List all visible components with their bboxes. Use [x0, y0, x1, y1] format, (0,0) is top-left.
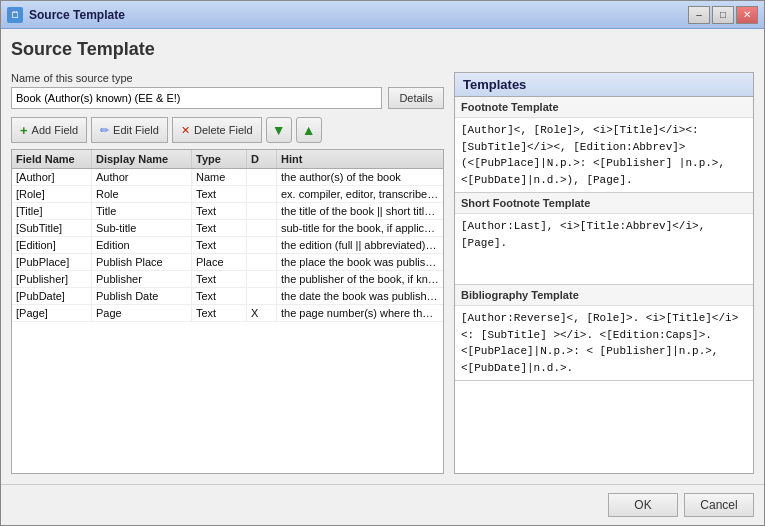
left-panel: Name of this source type Details + Add F… — [11, 72, 444, 474]
main-window: 🗒 Source Template – □ ✕ Source Template … — [0, 0, 765, 526]
add-field-label: Add Field — [32, 124, 78, 136]
add-field-button[interactable]: + Add Field — [11, 117, 87, 143]
table-row[interactable]: [Edition] Edition Text the edition (full… — [12, 237, 443, 254]
cell-displayname: Edition — [92, 237, 192, 253]
cell-displayname: Author — [92, 169, 192, 185]
source-type-label: Name of this source type — [11, 72, 444, 84]
source-type-row: Details — [11, 87, 444, 109]
col-header-fieldname: Field Name — [12, 150, 92, 168]
footnote-scroll: [Author]<, [Role]>, <i>[Title]</i><: [Su… — [455, 118, 753, 192]
cell-displayname: Sub-title — [92, 220, 192, 236]
cell-type: Text — [192, 288, 247, 304]
cell-displayname: Publish Place — [92, 254, 192, 270]
cell-type: Place — [192, 254, 247, 270]
cell-hint: the author(s) of the book — [277, 169, 443, 185]
arrow-up-icon: ▲ — [302, 122, 316, 138]
page-title: Source Template — [11, 39, 754, 60]
cell-fieldname: [Publisher] — [12, 271, 92, 287]
move-down-button[interactable]: ▼ — [266, 117, 292, 143]
edit-icon: ✏ — [100, 124, 109, 137]
cell-hint: the place the book was published, if k..… — [277, 254, 443, 270]
table-row[interactable]: [Publisher] Publisher Text the publisher… — [12, 271, 443, 288]
cell-hint: the edition (full || abbreviated), i.e. … — [277, 237, 443, 253]
cell-hint: the date the book was published, if k... — [277, 288, 443, 304]
main-row: Name of this source type Details + Add F… — [11, 72, 754, 474]
short-footnote-section: Short Footnote Template [Author:Last], <… — [455, 193, 753, 285]
cell-displayname: Role — [92, 186, 192, 202]
cell-fieldname: [PubDate] — [12, 288, 92, 304]
table-row[interactable]: [PubPlace] Publish Place Place the place… — [12, 254, 443, 271]
cell-type: Text — [192, 305, 247, 321]
cell-type: Name — [192, 169, 247, 185]
templates-header: Templates — [455, 73, 753, 97]
cell-type: Text — [192, 271, 247, 287]
cell-displayname: Publish Date — [92, 288, 192, 304]
cell-d — [247, 254, 277, 270]
cell-hint: sub-title for the book, if applicable — [277, 220, 443, 236]
cell-d — [247, 203, 277, 219]
cell-fieldname: [Title] — [12, 203, 92, 219]
cell-fieldname: [Page] — [12, 305, 92, 321]
table-row[interactable]: [PubDate] Publish Date Text the date the… — [12, 288, 443, 305]
cell-d — [247, 271, 277, 287]
minimize-button[interactable]: – — [688, 6, 710, 24]
short-footnote-content: [Author:Last], <i>[Title:Abbrev]</i>, [P… — [455, 214, 753, 284]
window-icon: 🗒 — [7, 7, 23, 23]
table-row[interactable]: [Page] Page Text X the page number(s) wh… — [12, 305, 443, 322]
cell-hint: the title of the book || short title (if… — [277, 203, 443, 219]
cell-hint: ex. compiler, editor, transcriber, abst.… — [277, 186, 443, 202]
source-type-group: Name of this source type Details — [11, 72, 444, 109]
cancel-button[interactable]: Cancel — [684, 493, 754, 517]
cell-type: Text — [192, 203, 247, 219]
fields-table-wrapper: Field Name Display Name Type D Hint [Aut… — [11, 149, 444, 474]
delete-field-button[interactable]: ✕ Delete Field — [172, 117, 262, 143]
short-footnote-scroll: [Author:Last], <i>[Title:Abbrev]</i>, [P… — [455, 214, 753, 284]
plus-icon: + — [20, 123, 28, 138]
ok-button[interactable]: OK — [608, 493, 678, 517]
table-row[interactable]: [Role] Role Text ex. compiler, editor, t… — [12, 186, 443, 203]
footnote-section: Footnote Template [Author]<, [Role]>, <i… — [455, 97, 753, 193]
cell-hint: the page number(s) where the inform... — [277, 305, 443, 321]
right-panel: Templates Footnote Template [Author]<, [… — [454, 72, 754, 474]
arrow-down-icon: ▼ — [272, 122, 286, 138]
col-header-hint: Hint — [277, 150, 443, 168]
table-row[interactable]: [Title] Title Text the title of the book… — [12, 203, 443, 220]
edit-field-label: Edit Field — [113, 124, 159, 136]
cell-displayname: Page — [92, 305, 192, 321]
footnote-content: [Author]<, [Role]>, <i>[Title]</i><: [Su… — [455, 118, 753, 192]
cell-fieldname: [Edition] — [12, 237, 92, 253]
delete-icon: ✕ — [181, 124, 190, 137]
move-up-button[interactable]: ▲ — [296, 117, 322, 143]
bibliography-scroll: [Author:Reverse]<, [Role]>. <i>[Title]</… — [455, 306, 753, 380]
cell-fieldname: [PubPlace] — [12, 254, 92, 270]
cell-d — [247, 288, 277, 304]
details-button[interactable]: Details — [388, 87, 444, 109]
cell-fieldname: [Author] — [12, 169, 92, 185]
templates-panel: Templates Footnote Template [Author]<, [… — [454, 72, 754, 474]
cell-d — [247, 220, 277, 236]
cell-d — [247, 237, 277, 253]
footnote-header: Footnote Template — [455, 97, 753, 118]
cell-d: X — [247, 305, 277, 321]
field-toolbar: + Add Field ✏ Edit Field ✕ Delete Field … — [11, 117, 444, 143]
cell-d — [247, 169, 277, 185]
cell-type: Text — [192, 220, 247, 236]
delete-field-label: Delete Field — [194, 124, 253, 136]
cell-fieldname: [Role] — [12, 186, 92, 202]
edit-field-button[interactable]: ✏ Edit Field — [91, 117, 168, 143]
table-row[interactable]: [Author] Author Name the author(s) of th… — [12, 169, 443, 186]
table-body: [Author] Author Name the author(s) of th… — [12, 169, 443, 473]
col-header-d: D — [247, 150, 277, 168]
col-header-type: Type — [192, 150, 247, 168]
maximize-button[interactable]: □ — [712, 6, 734, 24]
cell-type: Text — [192, 237, 247, 253]
bibliography-content: [Author:Reverse]<, [Role]>. <i>[Title]</… — [455, 306, 753, 380]
table-row[interactable]: [SubTitle] Sub-title Text sub-title for … — [12, 220, 443, 237]
footer: OK Cancel — [1, 484, 764, 525]
close-button[interactable]: ✕ — [736, 6, 758, 24]
cell-type: Text — [192, 186, 247, 202]
window-controls: – □ ✕ — [688, 6, 758, 24]
title-bar: 🗒 Source Template – □ ✕ — [1, 1, 764, 29]
source-type-input[interactable] — [11, 87, 382, 109]
bibliography-section: Bibliography Template [Author:Reverse]<,… — [455, 285, 753, 381]
